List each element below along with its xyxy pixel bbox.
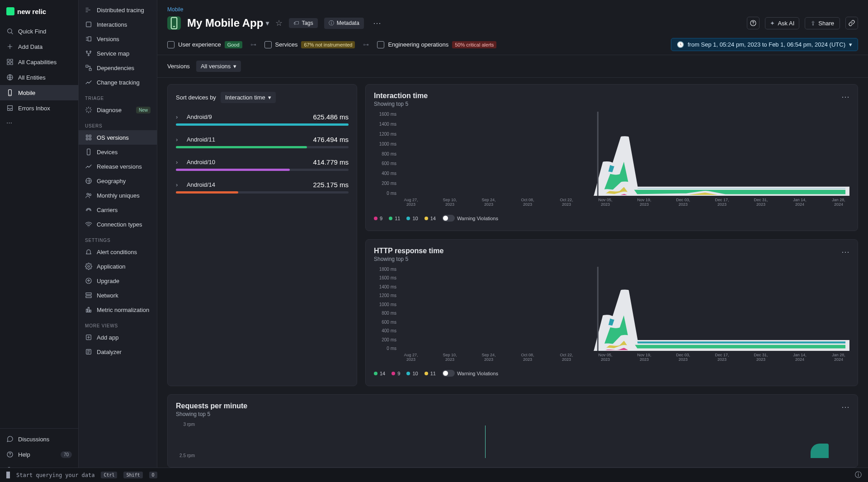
repl-prompt: Start querying your data: [16, 472, 94, 478]
card-menu-button[interactable]: ⋯: [841, 92, 849, 102]
card-menu-button[interactable]: ⋯: [841, 247, 849, 257]
breadcrumb-mobile[interactable]: Mobile: [157, 0, 868, 14]
device-name: Android/9: [187, 113, 309, 120]
interaction-time-chart[interactable]: 1600 ms1400 ms1200 ms1000 ms800 ms600 ms…: [374, 112, 849, 207]
nav-more[interactable]: ⋯: [0, 116, 78, 130]
nav-quick-find[interactable]: Quick Find: [0, 24, 78, 39]
subnav-dependencies[interactable]: Dependencies: [79, 61, 157, 75]
http-response-chart[interactable]: 1800 ms1600 ms1400 ms1200 ms1000 ms800 m…: [374, 267, 849, 362]
subnav-add-app[interactable]: Add app: [79, 330, 157, 345]
legend-item[interactable]: 14: [374, 371, 385, 376]
subnav-os-versions[interactable]: OS versions: [79, 130, 157, 145]
nav-all-entities[interactable]: All Entities: [0, 70, 78, 85]
help-circle-button[interactable]: [747, 17, 760, 29]
search-icon: [6, 28, 14, 35]
legend-item[interactable]: 10: [406, 216, 418, 221]
status-engineering[interactable]: Engineering operations 50% critical aler…: [377, 41, 496, 48]
subnav-devices[interactable]: Devices: [79, 145, 157, 159]
page-title[interactable]: My Mobile App ▾: [187, 17, 269, 29]
legend-dot-icon: [392, 372, 395, 375]
legend-item[interactable]: 14: [425, 216, 436, 221]
nav-label: Errors Inbox: [18, 105, 50, 112]
share-icon: ⇪: [811, 20, 816, 27]
subnav-section-settings: SETTINGS: [79, 232, 157, 245]
subnav-upgrade[interactable]: Upgrade: [79, 274, 157, 288]
subnav-datalyzer[interactable]: Datalyzer: [79, 345, 157, 359]
dropdown-value: All versions: [201, 63, 231, 70]
chart-plot-area: [400, 112, 849, 196]
subnav-release-versions[interactable]: Release versions: [79, 159, 157, 174]
repl-info-icon[interactable]: ⓘ: [855, 471, 862, 479]
rpm-chart[interactable]: 3 rpm2.5 rpm: [176, 422, 849, 458]
subnav-label: Dependencies: [97, 65, 134, 71]
query-repl-bar[interactable]: Start querying your data Ctrl Shift O ⓘ: [0, 468, 868, 482]
versions-dropdown[interactable]: All versions ▾: [196, 61, 241, 72]
chain-connector-icon: ⊶: [363, 41, 369, 48]
subnav-carriers[interactable]: Carriers: [79, 203, 157, 217]
chip-label: Tags: [302, 20, 313, 26]
legend-warning-violations[interactable]: Warning Violations: [442, 215, 498, 222]
legend-dot-icon: [425, 372, 428, 375]
metadata-chip[interactable]: ⓘ Metadata: [324, 18, 364, 29]
share-button[interactable]: ⇪ Share: [805, 17, 840, 29]
subnav-distributed-tracing[interactable]: Distributed tracing: [79, 3, 157, 17]
card-menu-button[interactable]: ⋯: [841, 402, 849, 412]
subnav-monthly-uniques[interactable]: Monthly uniques: [79, 188, 157, 203]
device-row[interactable]: ›Android/11476.494 ms: [176, 132, 349, 155]
svg-point-22: [89, 194, 91, 196]
status-engineering-icon: [377, 41, 384, 48]
requests-per-minute-card: Requests per minute Showing top 5 ⋯ 3 rp…: [167, 394, 858, 468]
expand-arrow-icon[interactable]: ›: [176, 113, 182, 120]
device-row[interactable]: ›Android/10414.779 ms: [176, 155, 349, 177]
kbd-ctrl: Ctrl: [101, 472, 117, 478]
nav-discussions[interactable]: Discussions: [0, 431, 78, 447]
status-user-experience[interactable]: User experience Good: [167, 41, 242, 48]
subnav-network[interactable]: Network: [79, 288, 157, 302]
subnav-label: Alert conditions: [97, 249, 137, 255]
expand-arrow-icon[interactable]: ›: [176, 136, 182, 143]
ask-ai-button[interactable]: ✦ Ask AI: [765, 17, 799, 29]
nav-mobile[interactable]: Mobile: [0, 85, 78, 100]
subnav-diagnose[interactable]: Diagnose New: [79, 103, 157, 117]
legend-item[interactable]: 9: [392, 371, 400, 376]
favorite-star[interactable]: ☆: [275, 18, 283, 28]
tags-chip[interactable]: 🏷 Tags: [289, 18, 317, 28]
header-more[interactable]: ⋯: [370, 16, 384, 30]
nav-errors-inbox[interactable]: Errors Inbox: [0, 100, 78, 116]
device-row[interactable]: ›Android/14225.175 ms: [176, 177, 349, 200]
brand-logo[interactable]: new relic: [0, 5, 78, 24]
legend-item[interactable]: 11: [389, 216, 400, 221]
nav-add-data[interactable]: Add Data: [0, 39, 78, 54]
device-row[interactable]: ›Android/9625.486 ms: [176, 109, 349, 132]
subnav-connection-types[interactable]: Connection types: [79, 217, 157, 232]
legend-item[interactable]: 11: [425, 371, 436, 376]
subnav-interactions[interactable]: Interactions: [79, 17, 157, 32]
subnav-versions[interactable]: Versions: [79, 32, 157, 46]
kbd-o: O: [149, 472, 157, 478]
svg-rect-1: [7, 59, 9, 61]
subnav-metric-normalization[interactable]: Metric normalization: [79, 302, 157, 317]
svg-rect-27: [86, 309, 88, 312]
legend-item[interactable]: 9: [374, 216, 382, 221]
subnav-alert-conditions[interactable]: Alert conditions: [79, 245, 157, 259]
nav-all-capabilities[interactable]: All Capabilities: [0, 54, 78, 70]
legend-item[interactable]: 10: [406, 371, 418, 376]
nav-help[interactable]: Help 70: [0, 447, 78, 462]
subnav-change-tracking[interactable]: Change tracking: [79, 75, 157, 90]
card-subtitle: Showing top 5: [176, 411, 247, 417]
status-services[interactable]: Services 67% not instrumented: [264, 41, 355, 48]
subnav-application[interactable]: Application: [79, 259, 157, 274]
subnav-geography[interactable]: Geography: [79, 174, 157, 188]
copy-link-button[interactable]: [845, 17, 858, 29]
svg-rect-4: [7, 62, 9, 65]
chart-plot-area: [198, 422, 849, 458]
time-range-picker[interactable]: 🕓 from Sep 1, 05:24 pm, 2023 to Feb 1, 0…: [671, 38, 858, 51]
expand-arrow-icon[interactable]: ›: [176, 159, 182, 165]
carriers-icon: [85, 206, 92, 213]
sort-by-dropdown[interactable]: Interaction time ▾: [221, 92, 276, 103]
expand-arrow-icon[interactable]: ›: [176, 181, 182, 188]
content-scroll[interactable]: Sort devices by Interaction time ▾ ›Andr…: [157, 78, 868, 482]
svg-rect-28: [88, 307, 90, 312]
legend-warning-violations[interactable]: Warning Violations: [442, 370, 498, 377]
subnav-service-map[interactable]: Service map: [79, 46, 157, 61]
